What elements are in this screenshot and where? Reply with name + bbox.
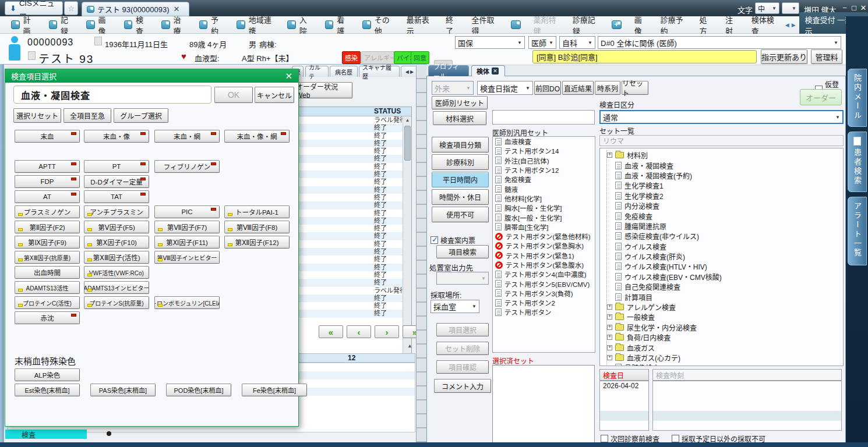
date-mode-select[interactable]: 検査日指定▼ — [477, 81, 533, 95]
test-button-VWF活性(VWF:RCo)[interactable]: VWF活性(VWF:RCo) — [84, 266, 149, 279]
test-button-第Ⅺ因子(F11)[interactable]: 第Ⅺ因子(F11) — [154, 236, 220, 249]
test-button-第Ⅴ因子(F5)[interactable]: 第Ⅴ因子(F5) — [84, 221, 149, 233]
cis-menu-button[interactable]: ⬇ CISメニュー — [5, 1, 63, 15]
menu-item-注射[interactable]: 注射 — [719, 14, 745, 36]
doctor-set-item[interactable]: 免疫検査 — [493, 175, 595, 184]
close-button[interactable]: ✕ — [859, 3, 868, 12]
checkbox-icon[interactable] — [672, 435, 679, 442]
date-class-select[interactable]: 通常▼ — [599, 110, 844, 124]
tree-item-leaf[interactable]: 血液・凝固検査 — [607, 160, 843, 170]
test-time-row[interactable] — [653, 401, 841, 411]
menu-item-画像[interactable]: 画像 — [628, 14, 654, 36]
favorite-star-button[interactable]: ☆ — [64, 1, 78, 15]
doctor-select[interactable]: 医師▼ — [528, 36, 556, 49]
lower-scroll-up-icon[interactable]: ▲ — [407, 343, 412, 349]
tree-item-folder[interactable]: 一般検査 — [607, 312, 843, 322]
test-button-末血・像・網[interactable]: 末血・像・網 — [224, 130, 290, 143]
minimize-button[interactable]: − — [840, 3, 849, 12]
tab-close-icon[interactable]: ✕ — [492, 68, 499, 74]
test-button-アンチプラスミン[interactable]: アンチプラスミン — [84, 205, 149, 218]
order-update-button[interactable]: 指示更新あり — [761, 49, 807, 64]
tree-item-leaf[interactable]: 生化学検査1 — [607, 180, 843, 190]
sidetab-alert-list[interactable]: アラート一覧 — [848, 197, 867, 265]
test-button-末血・像[interactable]: 末血・像 — [84, 130, 149, 143]
test-button-末血[interactable]: 末血 — [15, 130, 80, 143]
item-select-button[interactable]: 項目選択 — [436, 323, 489, 336]
menu-item-記録[interactable]: 記録 — [43, 14, 80, 36]
test-button-フィブリノゲン[interactable]: フィブリノゲン — [154, 160, 220, 173]
weekday-hours-button[interactable]: 平日時間内 — [432, 172, 489, 187]
test-category-button[interactable]: 検査項目分類 — [432, 137, 489, 152]
set-name-input[interactable] — [492, 110, 595, 125]
tree-item-leaf[interactable]: 腫瘍関連抗原 — [607, 221, 843, 231]
doctor-set-item[interactable]: テスト用ボタン(緊急1) — [493, 251, 595, 260]
tab-close-icon[interactable]: ✕ — [174, 5, 180, 13]
checkbox-checked-icon[interactable] — [431, 236, 438, 244]
tree-item-leaf[interactable]: 自己免疫関連検査 — [607, 282, 843, 292]
set-name-field[interactable]: 血液・凝固検査 — [13, 86, 211, 104]
menu-item-終了[interactable]: 終了 — [439, 14, 465, 36]
selected-set-box[interactable] — [492, 365, 595, 443]
doctor-set-item[interactable]: 外注(自己抗体) — [493, 156, 595, 165]
test-button-PT[interactable]: PT — [84, 160, 149, 173]
tree-item-leaf[interactable]: ウイルス検査(肝炎) — [607, 251, 843, 261]
tree-item-leaf[interactable]: 免疫検査 — [607, 211, 843, 221]
scroll-up-icon[interactable]: ▲ — [403, 116, 412, 124]
tree-item-leaf[interactable]: 感染症検査(非ウイルス) — [607, 231, 843, 241]
test-button-トータルPAI-1[interactable]: トータルPAI-1 — [224, 205, 290, 218]
menu-item-icon[interactable] — [504, 20, 527, 29]
order-button[interactable]: オーダー — [800, 89, 842, 105]
tree-item-folder[interactable]: アレルゲン検査 — [607, 302, 843, 312]
doctor-set-item[interactable]: 臍帯血[生化学] — [493, 222, 595, 232]
tree-item-folder[interactable]: 負荷/日内検査 — [607, 332, 843, 342]
insurance-select[interactable]: 国保▼ — [455, 36, 525, 49]
test-date-row[interactable] — [600, 391, 648, 401]
test-button-TAT[interactable]: TAT — [84, 190, 149, 203]
tree-item-leaf[interactable]: ウイルス検査 — [607, 242, 843, 251]
tab-scan-history[interactable]: スキャナ履歴 — [359, 66, 400, 77]
test-date-list[interactable]: 2026-04-02 — [599, 381, 649, 431]
doctor-set-item[interactable]: テスト用ボタン — [493, 307, 595, 317]
test-button-APTT[interactable]: APTT — [15, 160, 80, 173]
test-button-第Ⅸ因子(F9)[interactable]: 第Ⅸ因子(F9) — [15, 236, 80, 249]
menu-item-全件取得[interactable]: 全件取得 — [465, 14, 504, 36]
test-button-第ⅩⅢ因子(活性)[interactable]: 第ⅩⅢ因子(活性) — [84, 251, 149, 264]
relation-select[interactable]: D#0 全体に関係 (医師)▼ — [598, 36, 841, 49]
tree-item-leaf[interactable]: 血液・凝固検査(予約) — [607, 171, 843, 180]
menu-item-計画[interactable]: 計画 — [5, 14, 43, 36]
test-date-row[interactable] — [600, 401, 648, 411]
doctor-set-item[interactable]: テスト用ボタン3(負荷) — [493, 289, 595, 298]
cancel-button[interactable]: キャンセル — [255, 87, 294, 103]
unavailable-button[interactable]: 使用不可 — [432, 207, 489, 222]
stain-button-PAS染色[末梢血][interactable]: PAS染色[末梢血] — [90, 384, 156, 396]
font-style-select[interactable]: ▼ — [782, 2, 799, 14]
sidetab-mail[interactable]: 院内メール — [848, 69, 867, 127]
test-button-第Ⅷ因子(F8)[interactable]: 第Ⅷ因子(F8) — [224, 221, 290, 233]
ok-button[interactable]: OK — [214, 87, 253, 103]
doctor-set-item[interactable]: 他材料[化学] — [493, 194, 595, 203]
tree-item-leaf[interactable]: 骨髄像検査 — [607, 363, 843, 366]
consent-badge[interactable]: 同意 — [411, 51, 429, 64]
stain-button-ALP染色[interactable]: ALP染色 — [15, 368, 80, 381]
tree-item-folder[interactable]: 尿生化学・内分泌検査 — [607, 322, 843, 332]
menu-item-薬剤特健[interactable]: 薬剤特健 — [527, 14, 566, 36]
recent-results-button[interactable]: 直近結果 — [562, 81, 594, 95]
expand-plus-icon[interactable] — [607, 304, 612, 310]
comment-input-button[interactable]: コメント入力 — [434, 379, 491, 393]
dept-category-button[interactable]: 診療科別 — [432, 154, 489, 170]
test-button-第Ⅱ因子(F2)[interactable]: 第Ⅱ因子(F2) — [15, 221, 80, 233]
test-button-プラスミノゲン[interactable]: プラスミノゲン — [15, 205, 80, 218]
doctor-set-item[interactable]: 胸水[一般・生化学] — [493, 203, 595, 212]
test-time-row[interactable] — [653, 411, 841, 421]
test-button-末血・網[interactable]: 末血・網 — [154, 130, 220, 143]
tree-item-leaf[interactable]: ウイルス検査(EBV・CMV核酸) — [607, 272, 843, 282]
test-button-PIC[interactable]: PIC — [154, 205, 220, 218]
test-button-第Ⅶ因子(F7)[interactable]: 第Ⅶ因子(F7) — [154, 221, 220, 233]
group-select-button[interactable]: グループ選択 — [114, 108, 168, 123]
material-select-button[interactable]: 材料選択 — [433, 111, 486, 125]
doctor-set-item[interactable]: テスト用ボタン4(血中濃度) — [493, 269, 595, 279]
menu-item-処方[interactable]: 処方 — [693, 14, 719, 36]
menu-item-その他[interactable]: その他 — [356, 14, 400, 36]
tree-item-folder[interactable]: 血液ガス — [607, 342, 843, 352]
checkbox-icon[interactable] — [601, 435, 608, 442]
